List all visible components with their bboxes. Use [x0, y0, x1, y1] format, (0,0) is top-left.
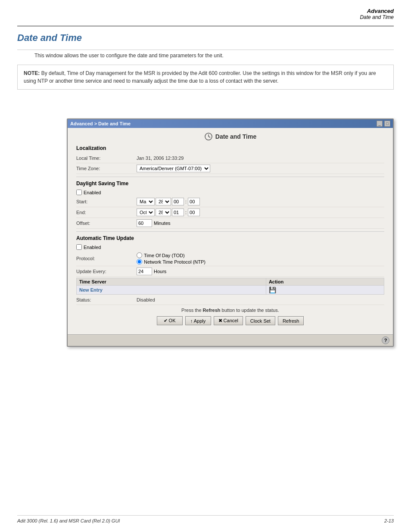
time-zone-row: Time Zone: America/Denver (GMT-07:00) — [76, 163, 384, 174]
dst-section-label: Daylight Saving Time — [76, 180, 384, 187]
time-server-table: Time Server Action New Entry 💾 — [76, 278, 384, 295]
note-box: NOTE: By default, Time of Day management… — [17, 65, 394, 90]
dst-end-month-select[interactable]: Oct — [137, 208, 155, 216]
dst-start-colon: : — [185, 199, 187, 204]
dst-start-label: Start: — [76, 199, 137, 204]
update-every-input[interactable] — [137, 268, 152, 275]
divider-2 — [76, 231, 384, 232]
refresh-message-bold: Refresh — [203, 308, 221, 313]
status-value: Disabled — [137, 297, 155, 302]
refresh-message: Press the Refresh button to update the s… — [76, 308, 384, 313]
window-content: Date and Time Localization Local Time: J… — [68, 128, 393, 334]
dst-start-month-select[interactable]: Mar — [137, 198, 155, 205]
header-section-title: Advanced — [360, 8, 394, 14]
status-row: Status: Disabled — [76, 295, 384, 305]
protocol-tod-row: Time Of Day (TOD) — [137, 252, 206, 258]
dst-start-hour-input[interactable] — [172, 198, 184, 205]
dst-enabled-checkbox[interactable] — [76, 190, 82, 195]
dst-end-fields: Oct 28 : — [137, 208, 200, 216]
dst-enabled-label: Enabled — [84, 190, 101, 195]
dst-offset-label: Offset: — [76, 221, 137, 226]
help-button[interactable]: ? — [382, 336, 389, 344]
atu-enabled-checkbox[interactable] — [76, 244, 82, 250]
table-row-new-entry: New Entry 💾 — [77, 286, 384, 295]
atu-enabled-label: Enabled — [84, 245, 101, 250]
buttons-bar: ✔ OK ↑ Apply ✖ Cancel Clock Set Refresh — [76, 316, 384, 328]
refresh-message-post: button to update the status. — [221, 308, 279, 313]
protocol-ntp-row: Network Time Protocol (NTP) — [137, 259, 206, 264]
protocol-row: Protocol: Time Of Day (TOD) Network Time… — [76, 251, 384, 266]
minimize-button[interactable]: _ — [377, 121, 383, 127]
page-header: Advanced Date and Time — [360, 8, 394, 20]
title-rule — [17, 50, 394, 50]
window-heading: Date and Time — [76, 132, 384, 141]
atu-enabled-row: Enabled — [76, 243, 384, 251]
refresh-button[interactable]: Refresh — [278, 316, 304, 325]
protocol-ntp-label: Network Time Protocol (NTP) — [144, 259, 206, 264]
dst-start-fields: Mar 28 : — [137, 198, 200, 205]
dst-end-min-input[interactable] — [188, 208, 200, 216]
maximize-button[interactable]: □ — [384, 121, 390, 127]
protocol-radio-group: Time Of Day (TOD) Network Time Protocol … — [137, 252, 206, 264]
window-titlebar: Advanced > Date and Time _ □ — [68, 119, 393, 128]
table-header-server: Time Server — [77, 278, 266, 286]
footer-left: Adit 3000 (Rel. 1.6) and MSR Card (Rel 2… — [17, 518, 120, 523]
window-title: Date and Time — [215, 133, 256, 140]
dst-end-colon: : — [185, 210, 187, 215]
window-breadcrumb: Advanced > Date and Time — [70, 121, 131, 126]
dst-start-row: Start: Mar 28 : — [76, 196, 384, 207]
cancel-button[interactable]: ✖ Cancel — [214, 316, 243, 325]
ok-button[interactable]: ✔ OK — [157, 316, 183, 325]
dst-enabled-row: Enabled — [76, 188, 384, 196]
dst-offset-row: Offset: Minutes — [76, 218, 384, 229]
window-controls: _ □ — [377, 121, 390, 127]
update-every-label: Update Every: — [76, 269, 137, 274]
page-description: This window allows the user to configure… — [34, 53, 377, 59]
protocol-tod-label: Time Of Day (TOD) — [144, 253, 185, 258]
date-time-window: Advanced > Date and Time _ □ Date and Ti… — [67, 118, 394, 347]
header-rule — [17, 26, 394, 26]
dst-offset-unit: Minutes — [154, 221, 171, 226]
refresh-message-pre: Press the — [181, 308, 203, 313]
table-header-action: Action — [266, 278, 384, 286]
note-text: By default, Time of Day management for t… — [24, 70, 376, 84]
local-time-value: Jan 31, 2006 12:33:29 — [137, 156, 184, 161]
svg-line-2 — [209, 137, 210, 137]
window-bottom-bar: ? — [68, 334, 393, 346]
dst-end-day-select[interactable]: 28 — [156, 208, 171, 216]
divider-1 — [76, 177, 384, 177]
local-time-row: Local Time: Jan 31, 2006 12:33:29 — [76, 153, 384, 163]
localization-section-label: Localization — [76, 145, 384, 151]
dst-start-day-select[interactable]: 28 — [156, 198, 171, 205]
add-entry-icon[interactable]: 💾 — [269, 286, 276, 293]
protocol-tod-radio[interactable] — [137, 252, 142, 258]
update-every-row: Update Every: Hours — [76, 266, 384, 277]
dst-end-row: End: Oct 28 : — [76, 207, 384, 218]
protocol-ntp-radio[interactable] — [137, 259, 142, 264]
note-label: NOTE: — [24, 70, 40, 76]
page-title: Date and Time — [17, 32, 82, 44]
page-footer: Adit 3000 (Rel. 1.6) and MSR Card (Rel 2… — [17, 515, 394, 523]
local-time-label: Local Time: — [76, 156, 137, 161]
dst-end-hour-input[interactable] — [172, 208, 184, 216]
new-entry-action[interactable]: 💾 — [266, 286, 384, 295]
dst-end-label: End: — [76, 210, 137, 215]
clock-set-button[interactable]: Clock Set — [246, 316, 275, 325]
update-every-unit: Hours — [154, 269, 166, 274]
footer-right: 2-13 — [384, 518, 394, 523]
dst-start-min-input[interactable] — [188, 198, 200, 205]
apply-button[interactable]: ↑ Apply — [185, 316, 211, 325]
clock-icon — [204, 132, 213, 141]
header-section-sub: Date and Time — [360, 14, 394, 20]
atu-section-label: Automatic Time Update — [76, 235, 384, 241]
protocol-label: Protocol: — [76, 256, 137, 261]
time-zone-select[interactable]: America/Denver (GMT-07:00) — [137, 165, 210, 172]
new-entry-label: New Entry — [77, 286, 266, 295]
dst-offset-input[interactable] — [137, 219, 152, 227]
status-label: Status: — [76, 297, 137, 302]
time-zone-label: Time Zone: — [76, 166, 137, 171]
